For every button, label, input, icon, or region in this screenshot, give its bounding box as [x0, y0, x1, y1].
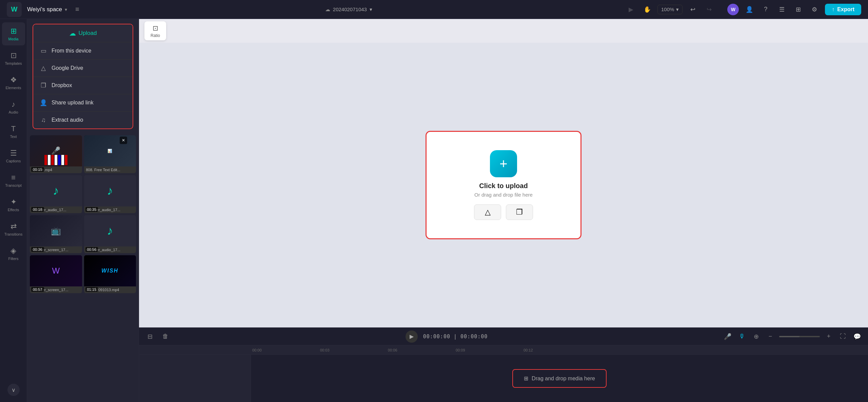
share-link-icon: 👤 [39, 99, 47, 107]
transitions-icon: ⇄ [11, 222, 17, 231]
media-duration-8: 01:15 [85, 287, 98, 292]
timeline-track-labels [139, 355, 251, 402]
audio-note-3: ♪ [53, 184, 59, 198]
upload-plus-button[interactable]: + [490, 150, 517, 177]
drop-zone-label: Drag and drop media here [532, 376, 595, 382]
cloud-icon: ☁ [325, 6, 330, 13]
media-name-2: 808. Free Text Edit... [84, 166, 136, 173]
media-item-4[interactable]: ♪ 00:35 ⋯ recorder_audio_17... [84, 175, 136, 213]
timeline-delete-button[interactable]: 🗑 [160, 331, 171, 342]
timeline-drop-zone[interactable]: ⊞ Drag and drop media here [512, 369, 607, 388]
settings-icon[interactable]: ⚙ [809, 4, 820, 15]
split-button[interactable]: ⊕ [751, 331, 762, 342]
media-more-2b[interactable]: ✕ [120, 137, 127, 144]
timeline-content: ⊞ Drag and drop media here [139, 355, 868, 402]
dropbox-upload-btn[interactable]: ❐ [506, 204, 533, 220]
upload-extract-audio[interactable]: ♫ Extract audio [33, 112, 133, 128]
google-drive-upload-btn[interactable]: △ [474, 204, 501, 220]
upload-cloud-buttons: △ ❐ [474, 204, 533, 220]
device-icon: ▭ [39, 47, 47, 55]
drop-zone-icon: ⊞ [524, 375, 528, 382]
panel-header: ☁ Upload ▭ From this device △ Google Dri… [27, 19, 139, 133]
media-item-5[interactable]: 📺 00:36 ⋯ recorder_screen_17... [30, 215, 82, 253]
sidebar-effects-label: Effects [8, 208, 19, 212]
upload-zone-subtitle: Or drag and drop file here [474, 192, 533, 198]
canvas-viewport: + Click to upload Or drag and drop file … [139, 43, 868, 327]
workspace-selector[interactable]: Weiyi's space ▾ [27, 6, 67, 13]
upload-share-link[interactable]: 👤 Share upload link [33, 94, 133, 111]
upload-google-drive[interactable]: △ Google Drive [33, 60, 133, 77]
sidebar-item-captions[interactable]: ☰ Captions [2, 144, 25, 167]
workspace-name: Weiyi's space [27, 6, 62, 13]
upload-main-button[interactable]: ☁ Upload [33, 24, 133, 42]
upload-dropbox[interactable]: ❐ Dropbox [33, 77, 133, 94]
sidebar-item-templates[interactable]: ⊡ Templates [2, 47, 25, 70]
dropbox-icon: ❐ [39, 81, 47, 89]
minus-zoom-button[interactable]: − [765, 331, 776, 342]
sidebar-item-transcript[interactable]: ≡ Transcript [2, 169, 25, 192]
sidebar-item-elements[interactable]: ❖ Elements [2, 71, 25, 94]
zoom-level: 100% [661, 6, 674, 12]
account-icon[interactable]: 👤 [744, 4, 755, 15]
timeline-center: ▶ 00:00:00 | 00:00:00 [176, 330, 717, 343]
export-label: Export [837, 6, 854, 13]
timeline-tracks: ⊞ Drag and drop media here [251, 355, 868, 402]
sidebar-elements-label: Elements [6, 86, 21, 90]
undo-button[interactable]: ↩ [687, 3, 699, 16]
sidebar-item-audio[interactable]: ♪ Audio [2, 96, 25, 119]
zoom-slider-fill [779, 336, 800, 337]
text-icon: T [11, 124, 16, 133]
sidebar-filters-label: Filters [8, 257, 19, 261]
ratio-icon: ⊡ [153, 24, 158, 32]
ruler-mark-0: 00:00 [251, 348, 319, 352]
zoom-slider[interactable] [779, 336, 820, 337]
sidebar-item-media[interactable]: ⊞ Media [2, 22, 25, 45]
export-icon: ↑ [832, 6, 834, 13]
help-icon[interactable]: ? [760, 4, 771, 15]
menu-icon[interactable]: ≡ [75, 5, 79, 13]
layout-icon[interactable]: ⊞ [792, 4, 804, 15]
extract-audio-icon: ♫ [39, 116, 47, 124]
canvas-area: ⊡ Ratio + Click to upload Or drag and dr… [139, 19, 868, 327]
zoom-control[interactable]: 100% ▾ [657, 5, 683, 14]
media-duration-4: 00:35 [85, 207, 98, 212]
upload-zone-title: Click to upload [479, 182, 528, 190]
from-device-label: From this device [52, 48, 91, 54]
sidebar-item-effects[interactable]: ✦ Effects [2, 193, 25, 216]
media-item-2[interactable]: 📊 ⋯ ✕ 808. Free Text Edit... [84, 135, 136, 173]
timeline-time: 00:00:00 | 00:00:00 [423, 334, 488, 340]
timeline-split-button[interactable]: ⊟ [144, 331, 155, 342]
export-button[interactable]: ↑ Export [825, 4, 861, 15]
media-item-8[interactable]: WISH 01:15 ⋯ 202312091013.mp4 [84, 255, 136, 293]
filters-icon: ◈ [11, 246, 16, 255]
media-item-3[interactable]: ♪ 00:18 ⋯ recorder_audio_17... [30, 175, 82, 213]
ruler-mark-4: 00:12 [522, 348, 590, 352]
redo-button[interactable]: ↪ [703, 3, 715, 16]
microphone-button[interactable]: 🎤 [722, 331, 733, 342]
upload-from-device[interactable]: ▭ From this device [33, 42, 133, 59]
sidebar-captions-label: Captions [6, 159, 21, 163]
ratio-button[interactable]: ⊡ Ratio [144, 21, 166, 40]
play-button[interactable]: ▶ [625, 3, 637, 16]
chat-button[interactable]: 💬 [852, 331, 863, 342]
user-avatar[interactable]: W [727, 4, 739, 15]
plus-zoom-button[interactable]: + [823, 331, 834, 342]
hand-tool-button[interactable]: ✋ [641, 3, 653, 16]
settings-panel-icon[interactable]: ☰ [776, 4, 788, 15]
upload-zone: + Click to upload Or drag and drop file … [426, 131, 581, 239]
media-item-7[interactable]: W 00:57 ⋯ recorder_screen_17... [30, 255, 82, 293]
sidebar-item-filters[interactable]: ◈ Filters [2, 242, 25, 265]
sidebar-item-transitions[interactable]: ⇄ Transitions [2, 218, 25, 241]
sidebar-item-text[interactable]: T Text [2, 120, 25, 143]
voiceover-button[interactable]: 🎙 [736, 331, 747, 342]
dropbox-label: Dropbox [52, 82, 72, 88]
sidebar-media-label: Media [8, 37, 19, 41]
sidebar-transcript-label: Transcript [5, 183, 22, 187]
sidebar-collapse-button[interactable]: ∨ [7, 384, 20, 396]
timeline-play-button[interactable]: ▶ [406, 330, 418, 343]
fullscreen-button[interactable]: ⛶ [837, 331, 848, 342]
media-item-6[interactable]: ♪ 00:56 ⋯ recorder_audio_17... [84, 215, 136, 253]
media-item-1[interactable]: 🎤 00:15 ⋯ speech.mp4 [30, 135, 82, 173]
project-selector[interactable]: ☁ 202402071043 ▾ [325, 6, 372, 13]
upload-label: Upload [79, 30, 97, 37]
